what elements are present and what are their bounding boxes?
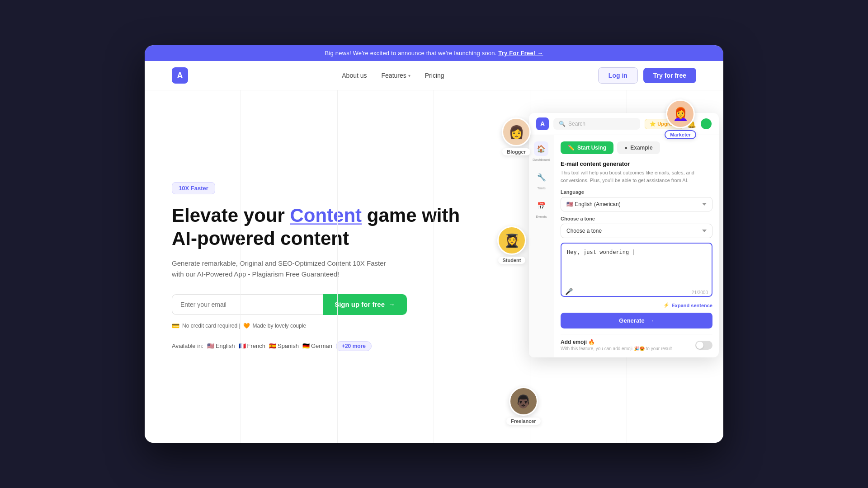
generate-button[interactable]: Generate → (561, 313, 712, 328)
available-label: Available in: (172, 343, 203, 349)
announcement-bar: Big news! We're excited to announce that… (145, 45, 723, 61)
lang-german-label: German (311, 343, 332, 349)
screen-wrapper: Big news! We're excited to announce that… (145, 45, 723, 443)
search-icon: 🔍 (559, 121, 566, 127)
login-button[interactable]: Log in (598, 67, 638, 84)
avatar-student: 👩‍🎓 Student (497, 226, 526, 264)
lang-german: 🇩🇪 German (302, 343, 332, 349)
lang-english: 🇺🇸 English (207, 343, 235, 349)
nav-links: About us Features ▾ Pricing (206, 72, 580, 79)
hero-section: 10X Faster Elevate your Content game wit… (145, 90, 488, 443)
nav-pricing[interactable]: Pricing (425, 72, 444, 79)
search-placeholder: Search (568, 121, 585, 127)
avatar-freelancer-label: Freelancer (506, 418, 541, 425)
hero-title-part1: Elevate your (172, 205, 290, 226)
main-area: 10X Faster Elevate your Content game wit… (145, 90, 723, 443)
avatar-marketer: 👩‍🦰 Marketer (665, 99, 696, 139)
lang-french-label: French (247, 343, 265, 349)
sidebar-events-label: Events (536, 215, 547, 219)
hero-title-line2: AI-powered content (172, 228, 349, 249)
hero-badge: 10X Faster (172, 182, 215, 194)
sidebar-item-events[interactable]: 📅 Events (534, 198, 549, 219)
trust-emoji: 🧡 (243, 323, 250, 329)
toggle-knob (696, 342, 703, 349)
content-textarea[interactable]: Hey, just wondering | (561, 243, 712, 297)
emoji-info: Add emoji 🔥 With this feature, you can a… (561, 339, 672, 351)
tool-desc: This tool will help you boost outcomes l… (561, 169, 712, 184)
tab-example[interactable]: ● Example (617, 141, 660, 154)
pencil-icon: ✏️ (568, 145, 575, 151)
avatar-freelancer: 👨🏿 Freelancer (506, 387, 541, 425)
circle-icon: ● (624, 145, 627, 151)
trust-row: 💳 No credit card required | 🧡 Made by lo… (172, 322, 461, 329)
announcement-text: Big news! We're excited to announce that… (325, 50, 497, 56)
trust-text: No credit card required | (182, 323, 241, 329)
features-chevron-icon: ▾ (408, 73, 410, 78)
textarea-wrap: Hey, just wondering | 🎤 21/3000 (561, 243, 712, 299)
mic-icon[interactable]: 🎤 (565, 288, 573, 295)
try-free-button[interactable]: Try for free (643, 68, 696, 83)
sidebar-item-tools[interactable]: 🔧 Tools (534, 170, 549, 190)
tabs-row: ✏️ Start Using ● Example (561, 141, 712, 154)
more-languages-button[interactable]: +20 more (336, 341, 372, 351)
app-search-bar[interactable]: 🔍 Search (553, 118, 640, 130)
email-input[interactable] (172, 294, 323, 315)
app-sidebar: 🏠 Dashboard 🔧 Tools 📅 Events (529, 135, 554, 357)
avatar-marketer-image: 👩‍🦰 (666, 99, 695, 128)
avatar-marketer-label: Marketer (665, 130, 696, 139)
language-label: Language (561, 189, 712, 195)
credit-card-icon: 💳 (172, 322, 179, 329)
hero-title: Elevate your Content game with AI-powere… (172, 204, 461, 250)
announcement-link[interactable]: Try For Free! → (498, 50, 543, 56)
avatar-student-image: 👩‍🎓 (497, 226, 526, 255)
arrow-right-icon: → (648, 317, 654, 324)
nav-about[interactable]: About us (342, 72, 367, 79)
app-panel: A 🔍 Search ⭐ Upgrade 🔔 (529, 113, 719, 357)
hero-title-part2: game with (362, 205, 460, 226)
sidebar-item-dashboard[interactable]: 🏠 Dashboard (533, 141, 550, 162)
emoji-row: Add emoji 🔥 With this feature, you can a… (561, 334, 712, 351)
avatar-blogger: 👩 Blogger (502, 117, 531, 155)
char-count: 21/3000 (692, 290, 708, 295)
tone-label: Choose a tone (561, 216, 712, 221)
navbar: A About us Features ▾ Pricing Log in Try… (145, 61, 723, 90)
email-row: Sign up for free → (172, 294, 407, 315)
app-body: 🏠 Dashboard 🔧 Tools 📅 Events (529, 135, 719, 357)
trust-brand: Made by lovely couple (253, 323, 307, 329)
logo-icon: A (172, 67, 188, 84)
app-content: ✏️ Start Using ● Example E-mail content … (554, 135, 719, 357)
available-row: Available in: 🇺🇸 English 🇫🇷 French 🇪🇸 Sp… (172, 341, 461, 351)
lang-english-label: English (216, 343, 235, 349)
sidebar-tools-label: Tools (537, 186, 546, 190)
tools-icon: 🔧 (534, 170, 549, 184)
tab-start-using[interactable]: ✏️ Start Using (561, 141, 613, 154)
hero-subtitle: Generate remarkable, Original and SEO-Op… (172, 258, 398, 280)
sidebar-dashboard-label: Dashboard (533, 158, 550, 162)
expand-sentence-button[interactable]: ⚡ Expand sentence (663, 302, 712, 308)
avatar-student-label: Student (498, 257, 526, 264)
logo[interactable]: A (172, 67, 188, 84)
tone-select[interactable]: Choose a tone (561, 224, 712, 238)
lang-spanish: 🇪🇸 Spanish (269, 343, 299, 349)
language-select[interactable]: 🇺🇸 English (American) (561, 197, 712, 211)
user-dot (701, 118, 712, 129)
right-panel: 👩 Blogger 👩‍🦰 Marketer 👩‍🎓 Student 👨🏿 Fr… (488, 90, 723, 443)
emoji-toggle[interactable] (695, 341, 712, 350)
hero-title-accent: Content (290, 205, 362, 226)
events-icon: 📅 (534, 198, 549, 213)
lang-french: 🇫🇷 French (239, 343, 265, 349)
avatar-freelancer-image: 👨🏿 (509, 387, 538, 416)
lang-spanish-label: Spanish (278, 343, 299, 349)
nav-features[interactable]: Features ▾ (382, 72, 410, 79)
avatar-blogger-image: 👩 (502, 117, 531, 146)
dashboard-icon: 🏠 (534, 141, 548, 156)
expand-row: ⚡ Expand sentence (561, 302, 712, 308)
nav-actions: Log in Try for free (598, 67, 696, 84)
arrow-icon: → (388, 300, 395, 308)
emoji-desc: With this feature, you can add emoji 🎉😍 … (561, 346, 672, 351)
lightning-icon: ⚡ (663, 302, 670, 308)
tool-title: E-mail content generator (561, 160, 712, 167)
avatar-blogger-label: Blogger (502, 148, 530, 155)
app-logo-icon: A (536, 117, 549, 130)
signup-button[interactable]: Sign up for free → (323, 294, 407, 315)
